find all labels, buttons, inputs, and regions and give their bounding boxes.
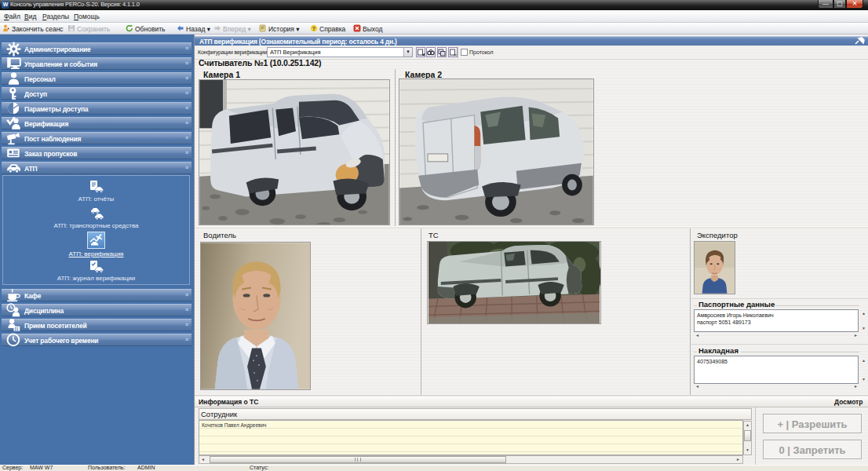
svg-text:?: ? — [312, 26, 315, 31]
